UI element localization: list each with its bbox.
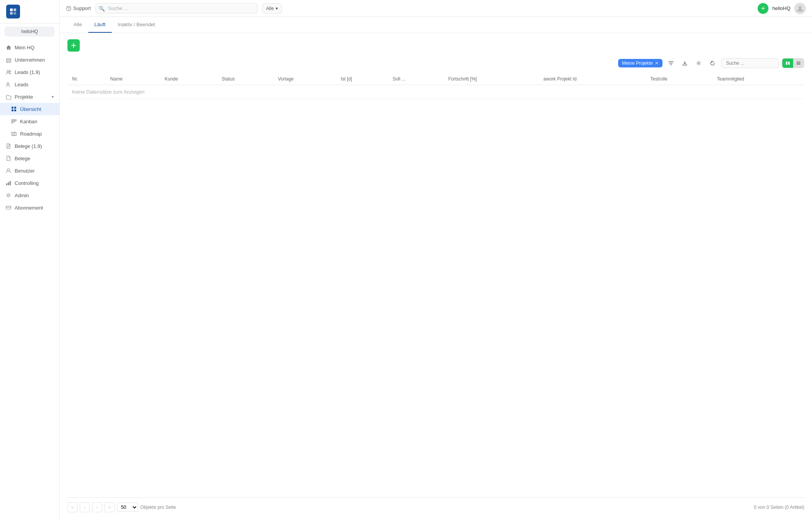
svg-rect-10 — [12, 109, 13, 111]
page-prev-button[interactable]: ‹ — [80, 502, 90, 512]
person-icon — [5, 168, 12, 174]
export-button[interactable] — [679, 58, 690, 69]
chevron-down-icon: ▾ — [52, 94, 54, 99]
sidebar-item-label: Benutzer — [15, 168, 35, 174]
sidebar-item-leads[interactable]: Leads — [0, 78, 59, 91]
search-filter-dropdown[interactable]: Alle ▾ — [262, 3, 282, 13]
chart-icon — [5, 180, 12, 186]
toggle-on-button[interactable] — [782, 59, 793, 68]
sidebar-item-controlling[interactable]: Controlling — [0, 177, 59, 189]
col-fortschritt: Fortschritt [%] — [444, 73, 539, 85]
col-nr: Nr. — [67, 73, 106, 85]
projects-table: Nr. Name Kunde Status Vorlage Ist [d] So… — [67, 73, 804, 99]
sidebar-item-projekte[interactable]: Projekte ▾ — [0, 91, 59, 103]
credit-card-icon — [5, 205, 12, 211]
sidebar-item-admin[interactable]: Admin — [0, 189, 59, 201]
svg-rect-12 — [12, 119, 13, 123]
page-first-button[interactable]: « — [67, 502, 77, 512]
workspace-badge[interactable]: helloHQ — [5, 27, 55, 37]
sidebar-item-abonnement[interactable]: Abonnement — [0, 201, 59, 214]
svg-point-22 — [68, 9, 69, 10]
sidebar-item-roadmap[interactable]: Roadmap — [0, 127, 59, 140]
svg-point-7 — [7, 82, 9, 84]
table-empty-row: Keine Datensätze zum Anzeigen — [67, 85, 804, 99]
columns-icon — [11, 118, 17, 124]
logo-icon — [6, 5, 20, 18]
folder-icon — [5, 94, 12, 100]
svg-point-15 — [7, 169, 10, 171]
sidebar-item-belege[interactable]: Belege — [0, 152, 59, 164]
view-toggle — [782, 58, 804, 68]
chevron-down-icon: ▾ — [276, 6, 278, 11]
svg-point-23 — [799, 6, 802, 9]
users-icon — [5, 69, 12, 75]
file-icon — [5, 143, 12, 149]
settings-button[interactable] — [693, 58, 704, 69]
refresh-button[interactable] — [707, 58, 718, 69]
table-search — [721, 58, 779, 68]
col-status: Status — [217, 73, 273, 85]
pagination: « ‹ › » 10 25 50 100 Objekte pro Seite 0… — [67, 497, 804, 514]
sidebar-logo-area — [0, 0, 59, 23]
per-page-select[interactable]: 10 25 50 100 — [117, 503, 138, 512]
col-vorlage: Vorlage — [273, 73, 336, 85]
col-awork: awork Projekt Id — [539, 73, 646, 85]
tab-alle[interactable]: Alle — [67, 17, 88, 33]
sidebar-item-label: Leads — [15, 82, 28, 87]
svg-rect-3 — [13, 12, 16, 15]
tab-inaktiv[interactable]: Inaktiv / Beendet — [112, 17, 161, 33]
sidebar-item-label: Roadmap — [20, 131, 42, 137]
tabs-bar: Alle Läuft Inaktiv / Beendet — [60, 17, 812, 33]
svg-rect-14 — [15, 119, 16, 121]
col-ist: Ist [d] — [336, 73, 388, 85]
svg-rect-1 — [13, 8, 16, 11]
sidebar-item-label: Unternehmen — [15, 57, 45, 63]
sidebar-item-ubersicht[interactable]: Übersicht — [0, 103, 59, 115]
tab-lauft[interactable]: Läuft — [88, 17, 112, 33]
home-icon — [5, 44, 12, 50]
sidebar-item-label: Mein HQ — [15, 45, 34, 50]
sidebar-item-benutzer[interactable]: Benutzer — [0, 164, 59, 177]
chip-close-icon[interactable]: ✕ — [655, 60, 659, 66]
per-page-label: Objekte pro Seite — [140, 505, 176, 510]
workspace-area: helloHQ — [0, 23, 59, 40]
search-input[interactable] — [96, 3, 257, 13]
sidebar-item-mein-hq[interactable]: Mein HQ — [0, 41, 59, 54]
svg-rect-27 — [797, 62, 800, 62]
sidebar-nav: Mein HQ Unternehmen Leads (1,9) Leads — [0, 40, 59, 520]
header-add-button[interactable]: + — [758, 3, 768, 14]
svg-rect-0 — [10, 8, 13, 11]
search-bar: 🔍 — [96, 3, 257, 13]
sidebar-item-kanban[interactable]: Kanban — [0, 115, 59, 127]
svg-point-6 — [9, 70, 11, 72]
grid-icon — [11, 106, 17, 112]
svg-rect-11 — [14, 109, 16, 111]
svg-point-24 — [698, 62, 699, 64]
svg-rect-8 — [12, 107, 13, 109]
filter-chip-meine-projekte[interactable]: Meine Projekte ✕ — [618, 59, 662, 67]
page-last-button[interactable]: » — [104, 502, 114, 512]
svg-rect-20 — [6, 206, 11, 209]
svg-rect-28 — [797, 63, 800, 64]
svg-rect-26 — [788, 62, 790, 65]
col-kunde: Kunde — [160, 73, 217, 85]
sidebar-item-label: Controlling — [15, 180, 39, 186]
support-link[interactable]: Support — [66, 5, 91, 11]
add-project-button[interactable] — [67, 39, 80, 52]
sidebar-item-unternehmen[interactable]: Unternehmen — [0, 54, 59, 66]
col-soll: Soll ... — [388, 73, 444, 85]
page-next-button[interactable]: › — [92, 502, 102, 512]
toggle-off-button[interactable] — [793, 59, 804, 68]
search-icon: 🔍 — [99, 5, 105, 11]
avatar — [794, 3, 806, 14]
filter-bar: Meine Projekte ✕ — [67, 58, 804, 69]
table-search-input[interactable] — [721, 58, 779, 68]
sidebar-item-label: Abonnement — [15, 205, 43, 211]
svg-rect-9 — [14, 107, 16, 109]
sidebar-item-label: Projekte — [15, 94, 33, 100]
col-name: Name — [106, 73, 160, 85]
sidebar-item-label: Admin — [15, 193, 29, 198]
filter-button[interactable] — [666, 58, 676, 69]
sidebar-item-leads-badge[interactable]: Leads (1,9) — [0, 66, 59, 78]
sidebar-item-belege-badge[interactable]: Belege (1,9) — [0, 140, 59, 152]
